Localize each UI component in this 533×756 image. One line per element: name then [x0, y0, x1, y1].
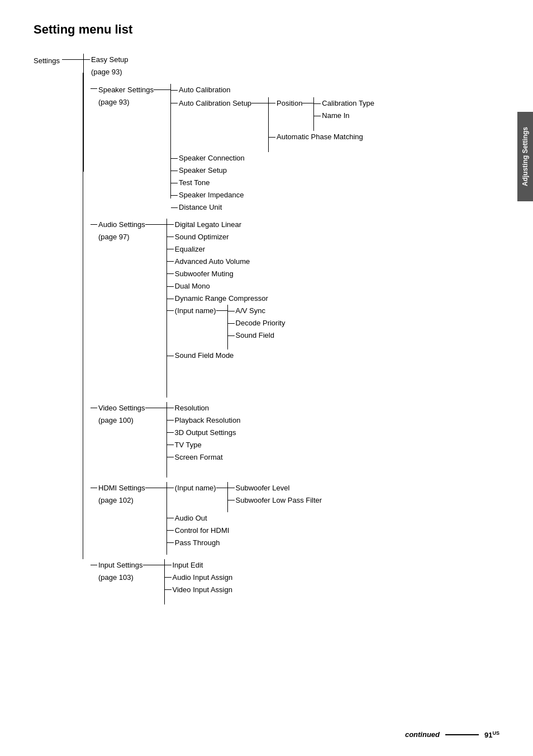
subwoofer-muting-label: Subwoofer Muting — [175, 268, 234, 280]
audio-input-assign: Audio Input Assign — [165, 571, 233, 584]
speaker-connection-label: Speaker Connection — [179, 152, 245, 164]
sound-optimizer-label: Sound Optimizer — [175, 231, 229, 243]
control-for-hdmi: Control for HDMI — [167, 525, 322, 537]
sound-field-mode-label: Sound Field Mode — [175, 349, 234, 362]
easy-setup-spacer — [91, 57, 374, 83]
video-settings-label: Video Settings — [98, 404, 145, 412]
position-label: Position — [277, 97, 302, 110]
speaker-impedance: Speaker Impedance — [171, 189, 374, 201]
audio-out-label: Audio Out — [175, 512, 207, 525]
root-hline — [62, 59, 83, 60]
hdmi-settings-label: HDMI Settings — [98, 484, 145, 492]
input-settings-label: Input Settings — [98, 561, 143, 569]
page-container: Setting menu list Settings Easy Setup — [0, 0, 533, 756]
name-in-label: Name In — [322, 110, 349, 122]
digital-legato-label: Digital Legato Linear — [175, 219, 241, 231]
playback-resolution: Playback Resolution — [167, 414, 241, 427]
tv-type-label: TV Type — [175, 439, 202, 451]
video-settings-section: Video Settings (page 100) Resolution — [91, 402, 374, 478]
continued-label: continued — [405, 730, 440, 739]
speaker-settings-section: Speaker Settings (page 93) — [91, 84, 374, 214]
subwoofer-lpf: Subwoofer Low Pass Filter — [228, 494, 322, 507]
position: Position — [269, 97, 374, 131]
advanced-auto-volume-label: Advanced Auto Volume — [175, 256, 250, 268]
speaker-settings-page: (page 93) — [98, 98, 130, 106]
3d-output: 3D Output Settings — [167, 427, 241, 439]
auto-phase-matching-label: Automatic Phase Matching — [277, 131, 363, 143]
hdmi-settings-page: (page 102) — [98, 496, 134, 504]
pass-through: Pass Through — [167, 537, 322, 549]
decode-priority-label: Decode Priority — [236, 317, 285, 329]
hdmi-input-name: (Input name) Subw — [167, 482, 322, 512]
sidebar-tab-label: Adjusting Settings — [521, 127, 529, 186]
root-label: Settings — [34, 54, 60, 67]
subwoofer-muting: Subwoofer Muting — [167, 268, 285, 280]
equalizer: Equalizer — [167, 243, 285, 256]
speaker-setup-label: Speaker Setup — [179, 164, 227, 177]
hdmi-input-name-label: (Input name) — [175, 482, 216, 494]
subwoofer-level-label: Subwoofer Level — [236, 482, 290, 494]
speaker-setup: Speaker Setup — [171, 164, 374, 177]
name-in: Name In — [314, 110, 374, 122]
hdmi-settings-section: HDMI Settings (page 102) (Input name) — [91, 482, 374, 555]
input-settings-section: Input Settings (page 103) Input Edit — [91, 559, 374, 604]
audio-input-name-label: (Input name) — [175, 305, 216, 317]
auto-calibration-setup-label: Auto Calibration Setup — [179, 97, 251, 110]
full-tree: Speaker Settings (page 93) — [83, 57, 499, 604]
resolution-label: Resolution — [175, 402, 209, 414]
decode-priority: Decode Priority — [228, 317, 285, 329]
dynamic-range-label: Dynamic Range Compressor — [175, 292, 268, 305]
calibration-type: Calibration Type — [314, 97, 374, 110]
dual-mono: Dual Mono — [167, 280, 285, 292]
input-settings-page: (page 103) — [98, 573, 134, 582]
audio-input-assign-label: Audio Input Assign — [173, 571, 233, 584]
footer: continued 91US — [405, 730, 499, 739]
sound-field-mode: Sound Field Mode — [167, 349, 285, 362]
video-input-assign: Video Input Assign — [165, 584, 233, 596]
tree-container: Settings Easy Setup (page 93) — [34, 54, 499, 604]
speaker-impedance-label: Speaker Impedance — [179, 189, 244, 201]
pass-through-label: Pass Through — [175, 537, 220, 549]
speaker-settings-label: Speaker Settings — [98, 86, 154, 94]
av-sync: A/V Sync — [228, 305, 285, 317]
auto-calibration-setup: Auto Calibration Setup — [171, 97, 374, 152]
distance-unit: Distance Unit — [171, 201, 374, 214]
page-number: 91US — [484, 730, 499, 739]
speaker-connection: Speaker Connection — [171, 152, 374, 164]
sidebar-tab: Adjusting Settings — [517, 112, 533, 201]
sound-optimizer: Sound Optimizer — [167, 231, 285, 243]
distance-unit-label: Distance Unit — [179, 201, 222, 214]
tv-type: TV Type — [167, 439, 241, 451]
sound-field-label: Sound Field — [236, 329, 274, 342]
dynamic-range: Dynamic Range Compressor — [167, 292, 285, 305]
auto-calibration-label: Auto Calibration — [179, 84, 231, 96]
test-tone: Test Tone — [171, 177, 374, 189]
equalizer-label: Equalizer — [175, 243, 205, 256]
control-for-hdmi-label: Control for HDMI — [175, 525, 230, 537]
subwoofer-level: Subwoofer Level — [228, 482, 322, 494]
input-edit-label: Input Edit — [173, 559, 203, 571]
screen-format: Screen Format — [167, 451, 241, 464]
screen-format-label: Screen Format — [175, 451, 223, 464]
test-tone-label: Test Tone — [179, 177, 210, 189]
playback-resolution-label: Playback Resolution — [175, 414, 241, 427]
auto-phase-matching: Automatic Phase Matching — [269, 131, 374, 143]
subwoofer-lpf-label: Subwoofer Low Pass Filter — [236, 494, 322, 507]
auto-calibration: Auto Calibration — [171, 84, 374, 96]
video-input-assign-label: Video Input Assign — [173, 584, 232, 596]
dual-mono-label: Dual Mono — [175, 280, 210, 292]
audio-settings-page: (page 97) — [98, 233, 130, 241]
calibration-type-label: Calibration Type — [322, 97, 374, 110]
av-sync-label: A/V Sync — [236, 305, 265, 317]
continued-line — [445, 734, 479, 735]
3d-output-label: 3D Output Settings — [175, 427, 236, 439]
resolution: Resolution — [167, 402, 241, 414]
video-settings-page: (page 100) — [98, 416, 134, 424]
input-edit: Input Edit — [165, 559, 233, 571]
sound-field: Sound Field — [228, 329, 285, 342]
digital-legato: Digital Legato Linear — [167, 219, 285, 231]
page-title: Setting menu list — [34, 22, 499, 37]
audio-settings-section: Audio Settings (page 97) Digital Legato … — [91, 219, 374, 398]
audio-settings-label: Audio Settings — [98, 220, 145, 229]
advanced-auto-volume: Advanced Auto Volume — [167, 256, 285, 268]
